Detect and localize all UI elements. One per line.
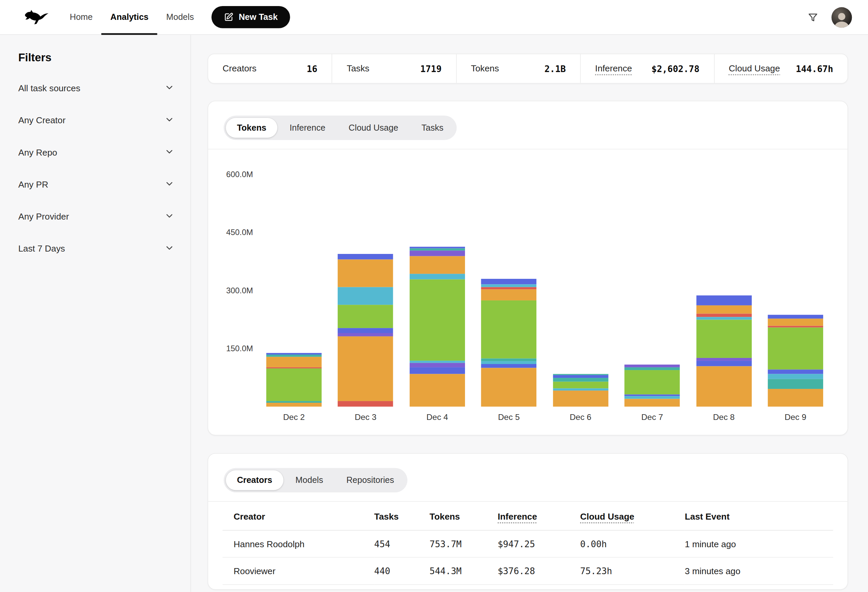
- bar[interactable]: [409, 247, 465, 407]
- col-tokens: Tokens: [430, 503, 498, 530]
- bar-segment-orange: [696, 366, 751, 407]
- bar[interactable]: [553, 374, 608, 407]
- col-last-event: Last Event: [685, 503, 833, 530]
- col-cloud-usage[interactable]: Cloud Usage: [580, 503, 685, 530]
- filter-task-sources[interactable]: All task sources: [18, 77, 174, 101]
- bar-segment-skyblue: [768, 374, 823, 379]
- table-tab-repositories[interactable]: Repositories: [335, 470, 405, 490]
- table-tabs: Creators Models Repositories: [224, 468, 407, 492]
- x-axis-label: Dec 6: [553, 412, 608, 422]
- chart-tab-tokens[interactable]: Tokens: [226, 118, 277, 138]
- bar[interactable]: [768, 315, 823, 406]
- bar-segment-skyblue: [696, 317, 751, 320]
- x-axis-label: Dec 7: [624, 412, 680, 422]
- bar-segment-orange: [768, 389, 823, 407]
- col-inference[interactable]: Inference: [498, 503, 580, 530]
- stat-inference-label[interactable]: Inference: [595, 64, 632, 74]
- chart-tab-cloud-usage[interactable]: Cloud Usage: [338, 118, 409, 138]
- stat-inference-value: $2,602.78: [651, 63, 699, 74]
- filter-provider[interactable]: Any Provider: [18, 205, 174, 229]
- filters-title: Filters: [18, 52, 174, 64]
- bar-segment-skyblue: [409, 274, 465, 279]
- stat-tasks-value: 1719: [420, 63, 441, 74]
- bar[interactable]: [624, 364, 680, 406]
- stat-inference: Inference $2,602.78: [580, 54, 714, 83]
- cell-cloud-usage: 75.23h: [580, 557, 685, 585]
- y-axis-tick: 150.0M: [208, 343, 253, 353]
- chart-tab-tasks[interactable]: Tasks: [410, 118, 455, 138]
- bar-segment-orange: [266, 403, 322, 407]
- filter-funnel-icon[interactable]: [807, 12, 819, 23]
- bar-segment-skyblue: [338, 287, 393, 305]
- stat-tokens: Tokens 2.1B: [456, 54, 580, 83]
- creators-table: Creator Tasks Tokens Inference Cloud Usa…: [222, 503, 833, 585]
- bar-segment-orange: [768, 319, 823, 326]
- nav-home[interactable]: Home: [61, 0, 102, 35]
- bar-segment-blue: [768, 315, 823, 319]
- filter-pr[interactable]: Any PR: [18, 173, 174, 197]
- stats-bar: Creators 16 Tasks 1719 Tokens 2.1B Infer…: [208, 53, 848, 84]
- kangaroo-logo-icon[interactable]: [22, 9, 50, 25]
- bar-segment-green: [409, 279, 465, 360]
- bar-segment-teal: [553, 378, 608, 382]
- bar[interactable]: [266, 353, 322, 407]
- cell-inference: $376.28: [498, 557, 580, 585]
- bar[interactable]: [338, 253, 393, 406]
- table-tab-models[interactable]: Models: [284, 470, 334, 490]
- filter-date-range[interactable]: Last 7 Days: [18, 237, 174, 261]
- nav-models[interactable]: Models: [157, 0, 203, 35]
- cell-tasks: 440: [374, 557, 430, 585]
- cell-tokens: 753.7M: [430, 530, 498, 558]
- bar-segment-purple: [696, 358, 751, 361]
- table-row[interactable]: Rooviewer 440 544.3M $376.28 75.23h 3 mi…: [222, 557, 833, 585]
- bar-segment-green: [266, 369, 322, 401]
- stat-creators-value: 16: [307, 63, 317, 74]
- nav-analytics[interactable]: Analytics: [102, 0, 157, 35]
- bar-segment-orange: [481, 289, 536, 300]
- chevron-down-icon: [165, 147, 174, 158]
- bar-segment-blue: [768, 370, 823, 374]
- cell-creator: Hannes Roodolph: [222, 530, 374, 558]
- col-tasks: Tasks: [374, 503, 430, 530]
- new-task-button[interactable]: New Task: [212, 6, 290, 28]
- chart-tabs: Tokens Inference Cloud Usage Tasks: [224, 115, 457, 140]
- chevron-down-icon: [165, 243, 174, 255]
- bar-segment-green: [624, 370, 680, 394]
- chevron-down-icon: [165, 115, 174, 126]
- chart-tab-inference[interactable]: Inference: [279, 118, 337, 138]
- filter-repo[interactable]: Any Repo: [18, 140, 174, 165]
- bar-segment-red: [696, 314, 751, 317]
- bar[interactable]: [696, 296, 751, 407]
- bar-segment-orange: [409, 374, 465, 407]
- bar-segment-purple: [409, 250, 465, 256]
- bar-segment-blue: [696, 361, 751, 366]
- divider: [208, 149, 847, 150]
- x-axis-label: Dec 5: [481, 412, 536, 422]
- bar-segment-blue: [696, 296, 751, 305]
- avatar[interactable]: [832, 7, 852, 28]
- bar-segment-orange: [338, 336, 393, 401]
- filter-pr-label: Any PR: [18, 180, 48, 190]
- bar-segment-orange: [266, 356, 322, 367]
- y-axis-tick: 300.0M: [208, 286, 253, 296]
- y-axis-tick: 600.0M: [208, 169, 253, 180]
- bar[interactable]: [481, 279, 536, 406]
- bar-segment-blue: [481, 279, 536, 284]
- stat-cloud-usage-label[interactable]: Cloud Usage: [729, 64, 780, 74]
- bar-segment-orange: [624, 399, 680, 406]
- bar-segment-purple: [338, 333, 393, 336]
- stat-cloud-usage: Cloud Usage 144.67h: [714, 54, 847, 83]
- bar-segment-blue: [338, 328, 393, 333]
- bar-segment-red: [481, 287, 536, 289]
- bar-segment-teal: [624, 367, 680, 370]
- filter-creator[interactable]: Any Creator: [18, 108, 174, 133]
- table-tab-creators[interactable]: Creators: [226, 470, 283, 490]
- bar-segment-green: [553, 382, 608, 389]
- x-axis-label: Dec 9: [768, 412, 823, 422]
- bar-segment-orange: [553, 391, 608, 406]
- bar-segment-green: [338, 305, 393, 328]
- table-row[interactable]: Hannes Roodolph 454 753.7M $947.25 0.00h…: [222, 530, 833, 558]
- cell-inference: $947.25: [498, 530, 580, 558]
- bars-row: [266, 247, 823, 407]
- bar-segment-purple: [624, 364, 680, 367]
